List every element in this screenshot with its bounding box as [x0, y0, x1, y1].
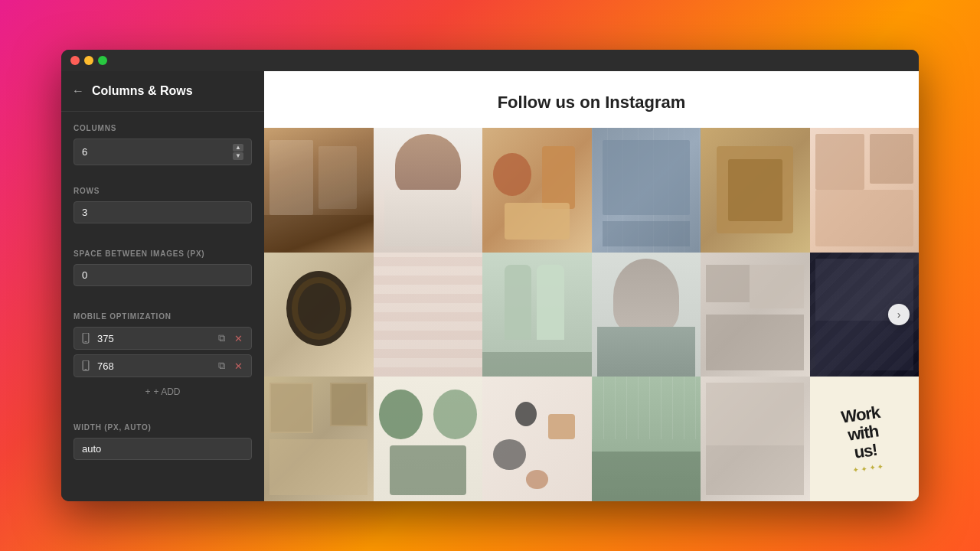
grid-cell-1 — [264, 128, 374, 253]
grid-cell-16 — [592, 377, 701, 501]
svg-rect-2 — [83, 360, 89, 370]
sidebar-header: ← Columns & Rows — [61, 71, 264, 112]
svg-rect-0 — [83, 333, 89, 343]
nav-right-icon: › — [897, 308, 901, 321]
app-window: ← Columns & Rows COLUMNS ▲ ▼ ROWS — [61, 50, 919, 501]
grid-cell-15 — [482, 377, 592, 501]
space-input[interactable] — [82, 269, 243, 281]
mobile-section: MOBILE OPTIMIZATION 375 ⧉ ✕ — [61, 300, 264, 402]
space-label: SPACE BETWEEN IMAGES (PX) — [74, 249, 252, 258]
add-mobile-button[interactable]: + + ADD — [74, 382, 252, 402]
delete-375-button[interactable]: ✕ — [231, 331, 245, 345]
preview-title: Follow us on Instagram — [279, 93, 903, 112]
grid-cell-3 — [482, 128, 592, 253]
mobile-value-375: 375 — [97, 333, 214, 344]
width-input[interactable] — [82, 443, 243, 455]
columns-input[interactable] — [82, 146, 233, 158]
mobile-actions-375: ⧉ ✕ — [214, 331, 245, 345]
delete-768-button[interactable]: ✕ — [231, 359, 245, 373]
traffic-lights — [70, 56, 107, 65]
maximize-button[interactable] — [98, 56, 107, 65]
space-input-wrapper — [74, 264, 252, 286]
rows-input-wrapper — [74, 201, 252, 223]
grid-cell-11 — [701, 253, 810, 377]
back-button[interactable]: ← — [70, 83, 86, 99]
sidebar-title: Columns & Rows — [92, 84, 193, 98]
mobile-row-768: 768 ⧉ ✕ — [74, 354, 252, 377]
sidebar: ← Columns & Rows COLUMNS ▲ ▼ ROWS — [61, 71, 264, 501]
grid-cell-10 — [592, 253, 701, 377]
mobile-label: MOBILE OPTIMIZATION — [74, 312, 252, 321]
columns-increment[interactable]: ▲ — [233, 144, 243, 152]
minimize-button[interactable] — [84, 56, 93, 65]
instagram-grid: Work with us! ✦ ✦ ✦ ✦ — [264, 128, 919, 501]
rows-section: ROWS — [61, 174, 264, 223]
preview-header: Follow us on Instagram — [264, 71, 919, 128]
copy-768-button[interactable]: ⧉ — [214, 359, 228, 373]
width-section: WIDTH (PX, AUTO) — [61, 411, 264, 460]
nav-right-arrow[interactable]: › — [888, 304, 910, 325]
title-bar — [61, 50, 919, 71]
grid-cell-17 — [701, 377, 810, 501]
columns-label: COLUMNS — [74, 124, 252, 132]
grid-cell-4 — [592, 128, 701, 253]
columns-stepper: ▲ ▼ — [233, 144, 243, 160]
add-label: + ADD — [154, 386, 181, 397]
width-label: WIDTH (PX, AUTO) — [74, 423, 252, 432]
mobile-value-768: 768 — [97, 360, 214, 372]
rows-input[interactable] — [82, 207, 243, 218]
window-body: ← Columns & Rows COLUMNS ▲ ▼ ROWS — [61, 71, 919, 501]
grid-cell-13 — [264, 377, 374, 501]
grid-cell-14 — [374, 377, 483, 501]
columns-input-wrapper[interactable]: ▲ ▼ — [74, 139, 252, 165]
mobile-icon-375 — [80, 333, 91, 344]
mobile-actions-768: ⧉ ✕ — [214, 359, 245, 373]
columns-decrement[interactable]: ▼ — [233, 152, 243, 160]
mobile-row-375: 375 ⧉ ✕ — [74, 327, 252, 350]
grid-cell-6 — [810, 128, 920, 253]
rows-label: ROWS — [74, 187, 252, 195]
work-text-stars: ✦ ✦ ✦ ✦ — [848, 461, 888, 475]
space-section: SPACE BETWEEN IMAGES (PX) — [61, 237, 264, 286]
columns-section: COLUMNS ▲ ▼ — [61, 112, 264, 165]
grid-cell-8 — [374, 253, 483, 377]
grid-cell-18: Work with us! ✦ ✦ ✦ ✦ — [810, 377, 920, 501]
grid-cell-9 — [482, 253, 592, 377]
width-input-wrapper — [74, 438, 252, 460]
add-icon: + — [145, 386, 150, 397]
svg-rect-1 — [84, 341, 87, 342]
preview-area: Follow us on Instagram — [264, 71, 919, 501]
copy-375-button[interactable]: ⧉ — [214, 331, 228, 345]
grid-cell-7 — [264, 253, 374, 377]
mobile-icon-768 — [80, 360, 91, 371]
grid-container: Work with us! ✦ ✦ ✦ ✦ › — [264, 128, 919, 501]
grid-cell-5 — [701, 128, 810, 253]
svg-rect-3 — [84, 369, 87, 370]
grid-cell-2 — [374, 128, 483, 253]
close-button[interactable] — [70, 56, 80, 65]
